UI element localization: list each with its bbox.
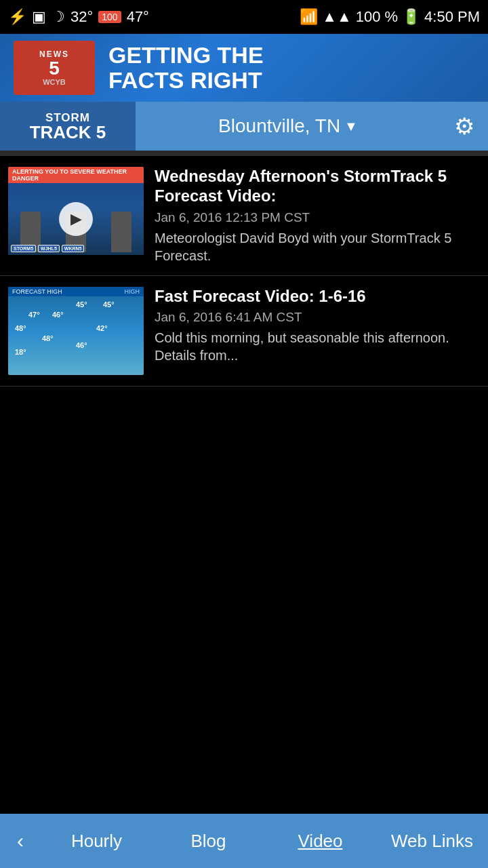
temp-display: 32°	[70, 8, 93, 26]
wcyb-label: WCYB	[43, 78, 66, 86]
wifi-icon: 📶	[300, 8, 318, 26]
video-info-2: Fast Forecast Video: 1-6-16 Jan 6, 2016 …	[155, 287, 480, 365]
battery-percent: 100	[356, 8, 381, 26]
ad-tagline: GETTING THE FACTS RIGHT	[108, 43, 264, 94]
image-icon: ▣	[32, 8, 46, 26]
temp-18: 18°	[15, 348, 26, 356]
status-left: ⚡ ▣ ☽ 32° 100 47°	[8, 8, 149, 26]
location-dropdown-icon: ▼	[344, 119, 358, 134]
temp-45-2: 45°	[103, 300, 115, 309]
video-list: ALERTING YOU TO SEVERE WEATHER DANGER ▶ …	[0, 156, 488, 387]
blog-label: Blog	[190, 831, 226, 852]
map-temps: FORECAST HIGH HIGH 45° 45° 46° 47° 48° 4…	[8, 287, 144, 375]
video-title-2: Fast Forecast Video: 1-6-16	[155, 287, 480, 307]
header: STORM TRACK 5 Blountville, TN ▼ ⚙	[0, 102, 488, 151]
temp-46: 46°	[52, 311, 64, 319]
battery-icon: 🔋	[402, 8, 420, 26]
nav-blog[interactable]: Blog	[152, 814, 264, 868]
hourly-label: Hourly	[71, 831, 122, 852]
temp-47: 47°	[127, 8, 149, 26]
nav-weblinks[interactable]: Web Links	[376, 814, 488, 868]
ad-banner[interactable]: NEWS 5 WCYB GETTING THE FACTS RIGHT	[0, 34, 488, 102]
temp-48-1: 48°	[15, 324, 26, 332]
back-icon: ‹	[17, 829, 24, 852]
video-thumbnail-1[interactable]: ALERTING YOU TO SEVERE WEATHER DANGER ▶ …	[8, 167, 144, 255]
storm-label: STORM	[45, 112, 90, 123]
news5-number: 5	[49, 59, 60, 78]
weblinks-label: Web Links	[391, 831, 473, 852]
track5-label: TRACK 5	[30, 123, 106, 141]
settings-button[interactable]: ⚙	[441, 102, 488, 151]
mini-logo-1: STORM5	[11, 245, 36, 252]
bottom-nav: ‹ Hourly Blog Video Web Links	[0, 814, 488, 868]
video-date-1: Jan 6, 2016 12:13 PM CST	[155, 210, 480, 225]
video-item-2[interactable]: FORECAST HIGH HIGH 45° 45° 46° 47° 48° 4…	[0, 276, 488, 387]
gear-icon: ⚙	[454, 113, 474, 140]
temp-45-1: 45°	[76, 300, 87, 309]
notification-icon: 100	[98, 11, 121, 23]
location-text: Blountville, TN	[218, 115, 340, 137]
video-date-2: Jan 6, 2016 6:41 AM CST	[155, 310, 480, 325]
clock: 4:50 PM	[424, 8, 480, 26]
alert-banner: ALERTING YOU TO SEVERE WEATHER DANGER	[8, 167, 144, 183]
stormtrack-logo: STORM TRACK 5	[0, 102, 136, 151]
video-info-1: Wednesday Afternoon's StormTrack 5 Forec…	[155, 167, 480, 264]
video-description-2: Cold this morning, but seasonable this a…	[155, 329, 480, 364]
mini-logo-2: WJHL5	[38, 245, 60, 252]
nav-hourly[interactable]: Hourly	[41, 814, 152, 868]
location-selector[interactable]: Blountville, TN ▼	[136, 115, 441, 137]
section-divider	[0, 151, 488, 156]
video-title-1: Wednesday Afternoon's StormTrack 5 Forec…	[155, 167, 480, 206]
black-space	[0, 387, 488, 760]
video-label: Video	[298, 831, 342, 852]
signal-icon: ▲▲	[322, 8, 352, 26]
news5-logo: NEWS 5 WCYB	[14, 41, 95, 95]
play-button-1[interactable]: ▶	[59, 202, 93, 236]
moon-icon: ☽	[52, 8, 65, 26]
video-thumbnail-2[interactable]: FORECAST HIGH HIGH 45° 45° 46° 47° 48° 4…	[8, 287, 144, 375]
temp-42: 42°	[96, 324, 108, 332]
video-item-1[interactable]: ALERTING YOU TO SEVERE WEATHER DANGER ▶ …	[0, 156, 488, 276]
temp-48-2: 48°	[42, 334, 54, 342]
thumb-logos: STORM5 WJHL5 WKRN5	[11, 245, 141, 252]
status-right: 📶 ▲▲ 100 % 🔋 4:50 PM	[300, 8, 480, 26]
mini-logo-3: WKRN5	[62, 245, 85, 252]
temp-47: 47°	[28, 311, 40, 319]
usb-icon: ⚡	[8, 8, 26, 26]
temp-46-2: 46°	[76, 341, 87, 349]
forecast-label: FORECAST HIGH HIGH	[8, 287, 144, 296]
status-bar: ⚡ ▣ ☽ 32° 100 47° 📶 ▲▲ 100 % 🔋 4:50 PM	[0, 0, 488, 34]
battery-pct-sign: %	[385, 8, 399, 26]
back-button[interactable]: ‹	[0, 814, 41, 868]
video-description-1: Meteorologist David Boyd with your Storm…	[155, 229, 480, 264]
nav-video[interactable]: Video	[264, 814, 376, 868]
